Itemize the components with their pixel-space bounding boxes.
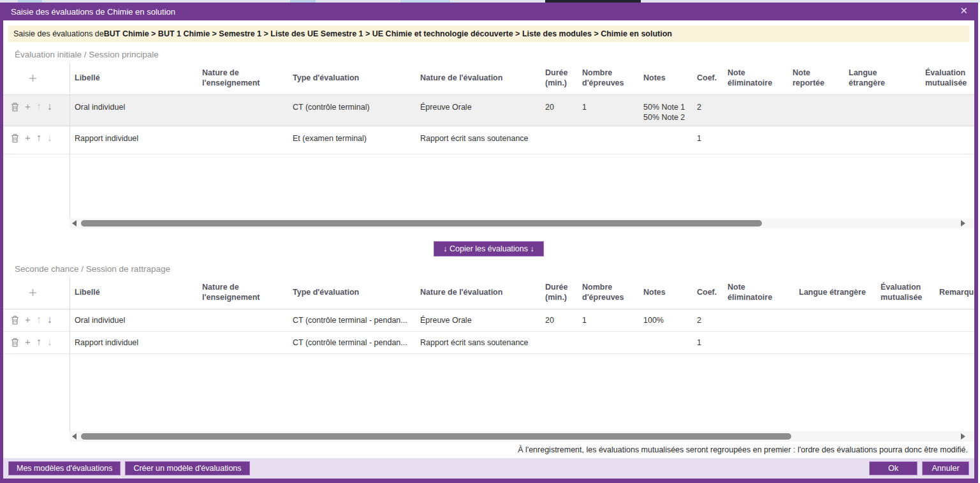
horizontal-scrollbar[interactable] bbox=[69, 218, 974, 228]
create-evaluation-model-button[interactable]: Créer un modèle d'évaluations bbox=[125, 461, 249, 475]
cell-notes[interactable] bbox=[638, 126, 692, 154]
cell-type-evaluation[interactable]: CT (contrôle terminal - pendan... bbox=[288, 309, 415, 331]
scroll-right-icon[interactable] bbox=[961, 433, 965, 440]
table-initial: + Libellé Nature de l'enseignement Type … bbox=[3, 63, 974, 218]
col-remarque: Remarque bbox=[934, 277, 978, 309]
cell-evaluation-mutualisee[interactable] bbox=[920, 126, 978, 154]
cell-langue-etrangere[interactable] bbox=[844, 95, 920, 126]
cell-nature-enseignement[interactable] bbox=[197, 309, 288, 331]
scrollbar-thumb[interactable] bbox=[81, 433, 791, 440]
cell-libelle[interactable]: Oral individuel bbox=[69, 309, 197, 331]
add-row-icon[interactable]: + bbox=[25, 337, 31, 346]
cancel-button[interactable]: Annuler bbox=[922, 461, 969, 475]
cell-note-eliminatoire[interactable] bbox=[722, 309, 794, 331]
col-note-eliminatoire: Note éliminatoire bbox=[722, 63, 787, 94]
cell-nombre-epreuves[interactable] bbox=[577, 126, 638, 154]
cell-duree[interactable] bbox=[540, 332, 577, 353]
table-row[interactable]: + ↑ ↓ Rapport individuel Et (examen term… bbox=[3, 126, 974, 154]
cell-nature-evaluation[interactable]: Épreuve Orale bbox=[415, 309, 540, 331]
horizontal-scrollbar[interactable] bbox=[69, 431, 974, 442]
scroll-right-icon[interactable] bbox=[961, 220, 965, 227]
ok-button[interactable]: Ok bbox=[869, 461, 918, 475]
cell-coef[interactable]: 1 bbox=[692, 126, 722, 154]
cell-libelle[interactable]: Rapport individuel bbox=[69, 126, 197, 154]
copy-evaluations-button[interactable]: ↓ Copier les évaluations ↓ bbox=[434, 241, 543, 256]
cell-nature-evaluation[interactable]: Épreuve Orale bbox=[415, 95, 540, 126]
move-down-icon: ↓ bbox=[47, 133, 52, 143]
table-rattrapage-header: + Libellé Nature de l'enseignement Type … bbox=[3, 277, 974, 309]
dialog-title: Saisie des évaluations de Chimie en solu… bbox=[11, 7, 175, 17]
cell-note-eliminatoire[interactable] bbox=[722, 332, 794, 353]
cell-notes[interactable] bbox=[638, 332, 692, 353]
delete-row-icon[interactable] bbox=[11, 133, 19, 143]
col-evaluation-mutualisee: Évaluation mutualisée bbox=[920, 63, 978, 94]
cell-note-eliminatoire[interactable] bbox=[722, 95, 787, 126]
col-coef: Coef. bbox=[692, 277, 722, 309]
my-evaluation-models-button[interactable]: Mes modèles d'évaluations bbox=[8, 461, 121, 475]
move-down-icon[interactable]: ↓ bbox=[47, 101, 52, 112]
col-nature-evaluation: Nature de l'évaluation bbox=[415, 63, 540, 94]
add-row-icon[interactable]: + bbox=[29, 71, 37, 85]
move-up-icon[interactable]: ↑ bbox=[36, 133, 41, 143]
cell-coef[interactable]: 2 bbox=[692, 309, 722, 331]
add-row-icon[interactable]: + bbox=[25, 133, 31, 142]
cell-type-evaluation[interactable]: Et (examen terminal) bbox=[288, 126, 415, 154]
col-coef: Coef. bbox=[692, 63, 722, 94]
cell-evaluation-mutualisee[interactable] bbox=[875, 332, 934, 353]
cell-note-reportee[interactable] bbox=[787, 126, 844, 154]
cell-nombre-epreuves[interactable] bbox=[577, 332, 638, 353]
cell-langue-etrangere[interactable] bbox=[844, 126, 920, 154]
scrollbar-thumb[interactable] bbox=[81, 220, 762, 227]
cell-nature-evaluation[interactable]: Rapport écrit sans soutenance bbox=[415, 332, 540, 353]
cell-langue-etrangere[interactable] bbox=[794, 332, 875, 353]
table-row[interactable]: + ↑ ↓ Oral individuel CT (contrôle termi… bbox=[3, 95, 974, 126]
cell-note-eliminatoire[interactable] bbox=[722, 126, 787, 154]
cell-nature-enseignement[interactable] bbox=[197, 332, 288, 353]
cell-type-evaluation[interactable]: CT (contrôle terminal) bbox=[288, 95, 415, 126]
close-icon[interactable]: ✕ bbox=[960, 5, 968, 17]
cell-coef[interactable]: 1 bbox=[692, 332, 722, 353]
cell-libelle[interactable]: Rapport individuel bbox=[69, 332, 197, 353]
table-row[interactable]: + ↑ ↓ Oral individuel CT (contrôle termi… bbox=[3, 309, 974, 332]
scroll-left-icon[interactable] bbox=[72, 220, 77, 227]
cell-langue-etrangere[interactable] bbox=[794, 309, 875, 331]
cell-duree[interactable]: 20 bbox=[540, 95, 577, 126]
cell-notes[interactable]: 100% bbox=[638, 309, 692, 331]
cell-nombre-epreuves[interactable]: 1 bbox=[577, 95, 638, 126]
scroll-left-icon[interactable] bbox=[72, 433, 77, 440]
add-row-icon[interactable]: + bbox=[29, 286, 37, 300]
cell-duree[interactable]: 20 bbox=[540, 309, 577, 331]
cell-type-evaluation[interactable]: CT (contrôle terminal - pendan... bbox=[288, 332, 415, 353]
col-evaluation-mutualisee: Évaluation mutualisée bbox=[875, 277, 934, 309]
section-title-rattrapage: Seconde chance / Session de rattrapage bbox=[15, 264, 974, 274]
cell-remarque[interactable] bbox=[934, 309, 978, 331]
cell-note-reportee[interactable] bbox=[787, 95, 844, 126]
cell-nature-enseignement[interactable] bbox=[197, 126, 288, 154]
delete-row-icon[interactable] bbox=[11, 315, 19, 325]
add-row-icon[interactable]: + bbox=[25, 101, 31, 111]
col-nombre-epreuves: Nombre d'épreuves bbox=[577, 277, 638, 309]
cell-nombre-epreuves[interactable]: 1 bbox=[577, 309, 638, 331]
cell-notes[interactable]: 50% Note 1 50% Note 2 bbox=[638, 95, 692, 126]
delete-row-icon[interactable] bbox=[11, 101, 19, 112]
cell-coef[interactable]: 2 bbox=[692, 95, 722, 126]
col-note-eliminatoire: Note éliminatoire bbox=[722, 277, 794, 309]
cell-nature-evaluation[interactable]: Rapport écrit sans soutenance bbox=[415, 126, 540, 154]
move-up-icon[interactable]: ↑ bbox=[36, 337, 41, 347]
cell-libelle[interactable]: Oral individuel bbox=[69, 95, 197, 126]
cell-nature-enseignement[interactable] bbox=[197, 95, 288, 126]
move-down-icon: ↓ bbox=[47, 337, 52, 347]
add-row-icon[interactable]: + bbox=[25, 315, 31, 324]
cell-remarque[interactable] bbox=[934, 332, 978, 353]
screen: Saisie des évaluations de Chimie en solu… bbox=[0, 0, 980, 483]
move-down-icon[interactable]: ↓ bbox=[47, 315, 52, 325]
col-type-evaluation: Type d'évaluation bbox=[288, 63, 415, 94]
cell-evaluation-mutualisee[interactable] bbox=[875, 309, 934, 331]
cell-duree[interactable] bbox=[540, 126, 577, 154]
col-langue-etrangere: Langue étrangère bbox=[794, 277, 875, 309]
table-row[interactable]: + ↑ ↓ Rapport individuel CT (contrôle te… bbox=[3, 332, 974, 354]
breadcrumb: Saisie des évaluations de BUT Chimie > B… bbox=[8, 26, 969, 42]
mutualisation-note: À l'enregistrement, les évaluations mutu… bbox=[3, 445, 968, 457]
cell-evaluation-mutualisee[interactable] bbox=[920, 95, 978, 126]
delete-row-icon[interactable] bbox=[11, 337, 19, 347]
